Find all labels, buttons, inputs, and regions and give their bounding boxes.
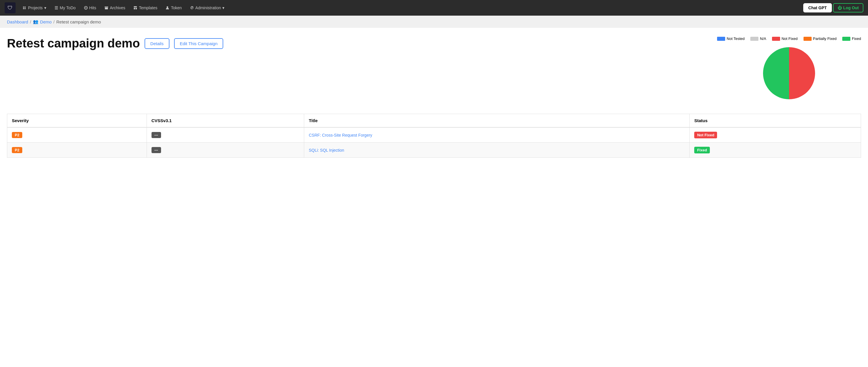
breadcrumb: Dashboard / 👥 Demo / Retest campaign dem…	[0, 16, 868, 28]
details-button[interactable]: Details	[145, 38, 169, 49]
target-icon	[84, 6, 88, 10]
col-title: Title	[304, 114, 689, 128]
cell-cvss: ---	[147, 128, 304, 143]
chart-legend: Not Tested N/A Not Fixed Partially Fixed…	[717, 36, 861, 41]
nav-token[interactable]: Token	[162, 3, 185, 12]
gear-icon	[190, 6, 194, 10]
col-status: Status	[690, 114, 861, 128]
cell-severity: P2	[7, 143, 147, 158]
chevron-down-icon: ▾	[222, 5, 224, 10]
cell-status: Not Fixed	[690, 128, 861, 143]
legend-na: N/A	[750, 36, 766, 41]
breadcrumb-current: Retest campaign demo	[56, 19, 101, 24]
severity-badge: P2	[12, 147, 22, 153]
cell-title: SQLi: SQL Injection	[304, 143, 689, 158]
vulnerabilities-table: Severity CVSSv3.1 Title Status P2---CSRF…	[7, 114, 861, 158]
navbar: 🛡 Projects ▾ My ToDo Hits Archives Templ…	[0, 0, 868, 16]
power-icon: ⏻	[838, 5, 842, 10]
logo-icon: 🛡	[5, 2, 16, 13]
legend-partially-fixed: Partially Fixed	[804, 36, 837, 41]
projects-icon	[23, 6, 27, 10]
status-badge: Fixed	[694, 147, 710, 153]
logo[interactable]: 🛡	[5, 2, 16, 13]
nav-mytodo[interactable]: My ToDo	[51, 3, 79, 12]
legend-not-tested: Not Tested	[717, 36, 745, 41]
vuln-title-link[interactable]: SQLi: SQL Injection	[309, 148, 344, 152]
legend-not-fixed: Not Fixed	[772, 36, 798, 41]
logout-button[interactable]: ⏻ Log Out	[833, 3, 863, 12]
not-tested-swatch	[717, 37, 725, 41]
nav-projects[interactable]: Projects ▾	[19, 3, 50, 12]
svg-point-2	[167, 6, 168, 8]
legend-fixed: Fixed	[842, 36, 861, 41]
cvss-badge: ---	[152, 147, 161, 153]
nav-archives[interactable]: Archives	[101, 3, 129, 12]
page-header: Retest campaign demo Details Edit This C…	[7, 36, 706, 50]
nav-templates[interactable]: Templates	[130, 3, 161, 12]
breadcrumb-dashboard[interactable]: Dashboard	[7, 19, 28, 24]
vuln-title-link[interactable]: CSRF: Cross-Site Request Forgery	[309, 133, 372, 138]
breadcrumb-demo-icon: 👥	[33, 19, 38, 24]
cell-status: Fixed	[690, 143, 861, 158]
not-fixed-swatch	[772, 37, 780, 41]
cell-severity: P2	[7, 128, 147, 143]
svg-point-1	[85, 7, 87, 8]
user-icon	[165, 6, 169, 10]
main-content: Retest campaign demo Details Edit This C…	[0, 28, 868, 166]
chart-section: Not Tested N/A Not Fixed Partially Fixed…	[717, 36, 861, 102]
col-cvss: CVSSv3.1	[147, 114, 304, 128]
pie-chart	[760, 44, 818, 102]
nav-hits[interactable]: Hits	[81, 3, 100, 12]
edit-campaign-button[interactable]: Edit This Campaign	[174, 38, 223, 49]
nav-administration[interactable]: Administration ▾	[186, 3, 228, 12]
template-icon	[133, 6, 137, 10]
cvss-badge: ---	[152, 132, 161, 138]
page-title: Retest campaign demo	[7, 36, 140, 50]
breadcrumb-demo[interactable]: Demo	[40, 19, 52, 24]
fixed-swatch	[842, 37, 850, 41]
table-row: P2---SQLi: SQL InjectionFixed	[7, 143, 861, 158]
table-row: P2---CSRF: Cross-Site Request ForgeryNot…	[7, 128, 861, 143]
chevron-down-icon: ▾	[44, 5, 46, 10]
severity-badge: P2	[12, 132, 22, 138]
na-swatch	[750, 37, 758, 41]
list-icon	[54, 6, 58, 10]
cell-cvss: ---	[147, 143, 304, 158]
archive-icon	[104, 6, 108, 10]
col-severity: Severity	[7, 114, 147, 128]
status-badge: Not Fixed	[694, 132, 717, 138]
cell-title: CSRF: Cross-Site Request Forgery	[304, 128, 689, 143]
chatgpt-button[interactable]: Chat GPT	[803, 3, 832, 12]
partially-fixed-swatch	[804, 37, 812, 41]
